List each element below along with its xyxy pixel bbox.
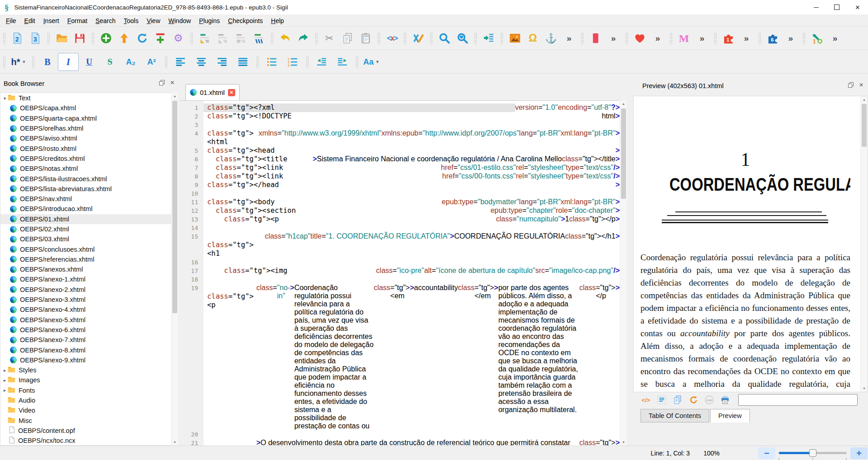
- plugin-1-button[interactable]: 1: [719, 29, 737, 48]
- find-button[interactable]: [435, 29, 453, 48]
- tree-item-misc[interactable]: Misc: [0, 416, 171, 426]
- overflow-1-button[interactable]: »: [560, 29, 578, 48]
- split-before-button[interactable]: [213, 29, 232, 48]
- bold-button[interactable]: B: [37, 53, 58, 71]
- tree-collapsed-icon[interactable]: ▸: [2, 378, 8, 383]
- preview-select-all-button[interactable]: [656, 394, 667, 405]
- tree-item-images[interactable]: ▸Images: [0, 375, 171, 385]
- code-editor[interactable]: 1class="tg"><?xml version="1.0" encoding…: [180, 100, 620, 446]
- text-case-button[interactable]: Aa▼: [361, 53, 382, 71]
- align-left-button[interactable]: [170, 53, 191, 71]
- menu-edit[interactable]: Edit: [20, 16, 39, 26]
- tree-item-oebps-notas.xhtml[interactable]: OEBPS/notas.xhtml: [0, 164, 171, 174]
- copy-button[interactable]: [338, 29, 356, 48]
- menu-search[interactable]: Search: [91, 16, 119, 26]
- align-center-button[interactable]: [191, 53, 212, 71]
- donate-button[interactable]: [631, 29, 649, 48]
- book-view-epub2-button[interactable]: 2: [8, 29, 26, 48]
- insert-image-button[interactable]: [506, 29, 524, 48]
- menu-format[interactable]: Format: [63, 16, 91, 26]
- tree-item-oebps-anexo-5.xhtml[interactable]: OEBPS/anexo-5.xhtml: [0, 315, 171, 325]
- tree-item-oebps-quarta-capa.xhtml[interactable]: OEBPS/quarta-capa.xhtml: [0, 113, 171, 123]
- overflow-5-button[interactable]: »: [737, 29, 755, 48]
- tree-collapsed-icon[interactable]: ▸: [2, 368, 8, 373]
- maximize-button[interactable]: [826, 0, 847, 14]
- redo-button[interactable]: [294, 29, 312, 48]
- tree-item-oebps-capa.xhtml[interactable]: OEBPS/capa.xhtml: [0, 103, 171, 113]
- close-panel-icon[interactable]: ✕: [858, 82, 864, 88]
- scrollbar-thumb[interactable]: [862, 104, 867, 147]
- preview-print-button[interactable]: [720, 394, 730, 405]
- minimize-button[interactable]: [806, 0, 826, 14]
- tab-table-of-contents[interactable]: Table Of Contents: [640, 409, 709, 422]
- scroll-up-icon[interactable]: ▲: [620, 100, 627, 107]
- scroll-down-icon[interactable]: ▼: [620, 439, 627, 446]
- tree-item-oebps-anexo-6.xhtml[interactable]: OEBPS/anexo-6.xhtml: [0, 325, 171, 335]
- tree-item-oebps-lista-ilustracoes.xhtml[interactable]: OEBPS/lista-ilustracoes.xhtml: [0, 174, 171, 183]
- slider-handle[interactable]: [809, 449, 816, 457]
- float-panel-icon[interactable]: [848, 82, 854, 88]
- add-new-file-button[interactable]: [97, 29, 115, 48]
- tree-item-oebps-introducao.xhtml[interactable]: OEBPS/introducao.xhtml: [0, 204, 171, 214]
- menu-checkpoints[interactable]: Checkpoints: [224, 16, 267, 26]
- book-view-epub3-button[interactable]: 3: [26, 29, 44, 48]
- mend-code-button[interactable]: [409, 29, 427, 48]
- close-button[interactable]: ✕: [847, 0, 868, 14]
- scroll-up-icon[interactable]: ▲: [171, 93, 178, 99]
- heading-style-button[interactable]: h*▼: [8, 53, 29, 71]
- menu-window[interactable]: Window: [164, 16, 195, 26]
- plugin-m-button[interactable]: M: [675, 29, 693, 48]
- menu-tools[interactable]: Tools: [119, 16, 142, 26]
- plugin-6-button[interactable]: 6: [764, 29, 782, 48]
- tree-item-oebps-anexo-1.xhtml[interactable]: OEBPS/anexo-1.xhtml: [0, 274, 171, 284]
- split-after-button[interactable]: [232, 29, 250, 48]
- bullet-list-button[interactable]: [261, 53, 282, 71]
- tree-item-oebps-conclusoes.xhtml[interactable]: OEBPS/conclusoes.xhtml: [0, 244, 171, 254]
- tree-item-oebps-creditos.xhtml[interactable]: OEBPS/creditos.xhtml: [0, 154, 171, 164]
- tree-item-oebps-aviso.xhtml[interactable]: OEBPS/aviso.xhtml: [0, 133, 171, 143]
- undo-button[interactable]: [276, 29, 294, 48]
- zoom-out-button[interactable]: −: [758, 447, 775, 459]
- tree-item-styles[interactable]: ▸Styles: [0, 365, 171, 375]
- indent-button[interactable]: [332, 53, 353, 71]
- preview-code-view-button[interactable]: </>: [640, 394, 651, 405]
- cut-button[interactable]: ✂: [320, 29, 338, 48]
- preview-search-input[interactable]: [738, 394, 858, 406]
- zoom-in-button[interactable]: +: [850, 447, 868, 459]
- overflow-3-button[interactable]: »: [649, 29, 667, 48]
- tree-item-oebps-anexos.xhtml[interactable]: OEBPS/anexos.xhtml: [0, 264, 171, 274]
- find-special-button[interactable]: [453, 29, 471, 48]
- insert-file-button[interactable]: [151, 29, 169, 48]
- tab-close-icon[interactable]: ✕: [228, 89, 235, 96]
- tree-item-oebps-01.xhtml[interactable]: OEBPS/01.xhtml: [0, 214, 171, 224]
- menu-help[interactable]: Help: [267, 16, 288, 26]
- reload-button[interactable]: [133, 29, 151, 48]
- align-justify-button[interactable]: [232, 53, 253, 71]
- tree-item-oebps-anexo-8.xhtml[interactable]: OEBPS/anexo-8.xhtml: [0, 345, 171, 355]
- split-at-cursor-button[interactable]: [195, 29, 213, 48]
- remove-code-tags-button[interactable]: <x>: [383, 29, 401, 48]
- tree-item-oebps-nav.xhtml[interactable]: OEBPS/nav.xhtml: [0, 194, 171, 204]
- tree-item-oebps-anexo-2.xhtml[interactable]: OEBPS/anexo-2.xhtml: [0, 285, 171, 295]
- tree-item-oebps-02.xhtml[interactable]: OEBPS/02.xhtml: [0, 224, 171, 234]
- preview-refresh-button[interactable]: [688, 394, 699, 405]
- scrollbar-thumb[interactable]: [172, 101, 177, 313]
- close-panel-icon[interactable]: ✕: [169, 80, 175, 86]
- overflow-6-button[interactable]: »: [782, 29, 800, 48]
- underline-button[interactable]: U: [79, 53, 100, 71]
- menu-file[interactable]: File: [2, 16, 20, 26]
- tree-item-audio[interactable]: Audio: [0, 395, 171, 405]
- paste-button[interactable]: [356, 29, 375, 48]
- preview-copy-button[interactable]: [672, 394, 683, 405]
- tree-item-oebps-content.opf[interactable]: OEBPS/content.opf: [0, 426, 171, 436]
- tree-item-oebps-anexo-9.xhtml[interactable]: OEBPS/anexo-9.xhtml: [0, 355, 171, 365]
- tree-item-oebps-anexo-7.xhtml[interactable]: OEBPS/anexo-7.xhtml: [0, 335, 171, 345]
- italic-button[interactable]: I: [58, 53, 79, 71]
- scroll-up-icon[interactable]: ▲: [861, 96, 868, 103]
- add-existing-files-button[interactable]: [115, 29, 133, 48]
- scroll-down-icon[interactable]: ▼: [861, 385, 868, 392]
- overflow-4-button[interactable]: »: [693, 29, 711, 48]
- tree-item-oebps-anexo-4.xhtml[interactable]: OEBPS/anexo-4.xhtml: [0, 305, 171, 314]
- tree-item-oebps-rosto.xhtml[interactable]: OEBPS/rosto.xhtml: [0, 143, 171, 153]
- save-file-button[interactable]: [71, 29, 89, 48]
